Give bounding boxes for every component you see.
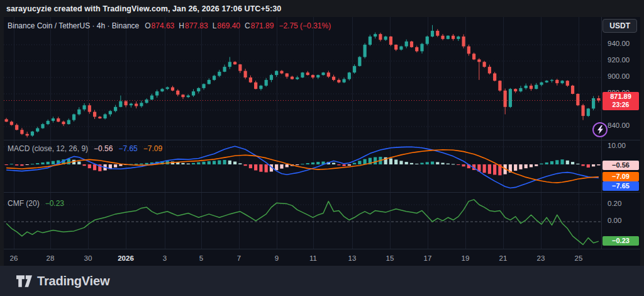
bar-countdown: 23:26	[602, 101, 639, 109]
macd-legend: MACD (close, 12, 26, 9)−0.56−7.65−7.09	[8, 144, 162, 153]
macd-signal-value: −7.09	[143, 144, 162, 153]
candles-layer	[4, 25, 601, 137]
lightning-icon	[597, 125, 604, 134]
tradingview-logo[interactable]: TradingView	[16, 274, 109, 288]
macd-hist-axis-tag: −0.56	[602, 161, 639, 170]
last-price-tag: 871.89 23:26	[602, 92, 639, 110]
close-value: 871.89	[251, 21, 274, 30]
chart-canvas[interactable]	[4, 17, 640, 266]
time-tick: 11	[301, 251, 326, 266]
low-label: L	[213, 21, 217, 30]
macd-line-value: −7.65	[118, 144, 137, 153]
indicator-lines	[6, 146, 599, 244]
time-tick: 23	[528, 251, 553, 266]
cmf-legend: CMF (20)−0.23	[8, 199, 64, 208]
attribution-bar: sarayucyzie created with TradingView.com…	[0, 0, 644, 17]
time-tick: 19	[453, 251, 478, 266]
macd-line-axis-tag: −7.65	[602, 181, 639, 191]
cmf-title[interactable]: CMF (20)	[8, 199, 40, 208]
time-tick: 7	[226, 251, 252, 266]
close-label: C	[245, 21, 250, 30]
axis-label: 940.00	[608, 40, 640, 47]
boost-icon[interactable]	[592, 122, 608, 137]
open-value: 874.63	[152, 21, 175, 30]
footer-bar: TradingView	[0, 266, 644, 296]
time-tick: 21	[491, 251, 516, 266]
time-tick: 25	[566, 251, 591, 266]
axis-label: 920.00	[608, 56, 640, 64]
currency-toggle-button[interactable]: USDT	[602, 19, 637, 33]
grid-layer	[4, 17, 640, 249]
time-tick: 28	[38, 251, 63, 266]
chart-area: 940.00920.00900.00880.00840.0010.000.200…	[4, 17, 640, 266]
time-tick: 15	[377, 251, 402, 266]
symbol-title[interactable]: Binance Coin / TetherUS · 4h · Binance	[8, 21, 139, 30]
tradingview-logo-mark	[16, 275, 32, 287]
cmf-axis-tag: −0.23	[602, 236, 639, 246]
attribution-text: sarayucyzie created with TradingView.com…	[6, 4, 281, 13]
axis-label: 840.00	[608, 122, 640, 129]
symbol-legend: Binance Coin / TetherUS · 4h · BinanceO8…	[8, 21, 331, 30]
time-tick: 26	[4, 251, 26, 266]
time-tick: 13	[340, 251, 365, 266]
cmf-value: −0.23	[45, 199, 64, 208]
time-tick: 2026	[113, 251, 138, 266]
open-label: O	[145, 21, 150, 30]
axis-label: 900.00	[608, 72, 640, 80]
high-value: 877.83	[185, 21, 208, 30]
tradingview-wordmark: TradingView	[37, 274, 109, 288]
time-tick: 5	[189, 251, 214, 266]
time-tick: 30	[75, 251, 101, 266]
change-value: −2.75 (−0.31%)	[279, 21, 331, 30]
macd-signal-axis-tag: −7.09	[602, 172, 639, 181]
tradingview-chart-screenshot: sarayucyzie created with TradingView.com…	[0, 0, 644, 296]
macd-title[interactable]: MACD (close, 12, 26, 9)	[8, 144, 88, 153]
time-tick: 17	[415, 251, 440, 266]
axis-label: 0.20	[608, 200, 640, 207]
macd-hist-value: −0.56	[94, 144, 113, 153]
high-label: H	[179, 21, 184, 30]
time-tick: 3	[152, 251, 177, 266]
time-tick: 9	[264, 251, 289, 266]
low-value: 869.40	[217, 21, 240, 30]
axis-label: 0.00	[608, 217, 640, 224]
axis-label: 10.00	[608, 142, 640, 149]
last-price: 871.89	[602, 93, 639, 101]
